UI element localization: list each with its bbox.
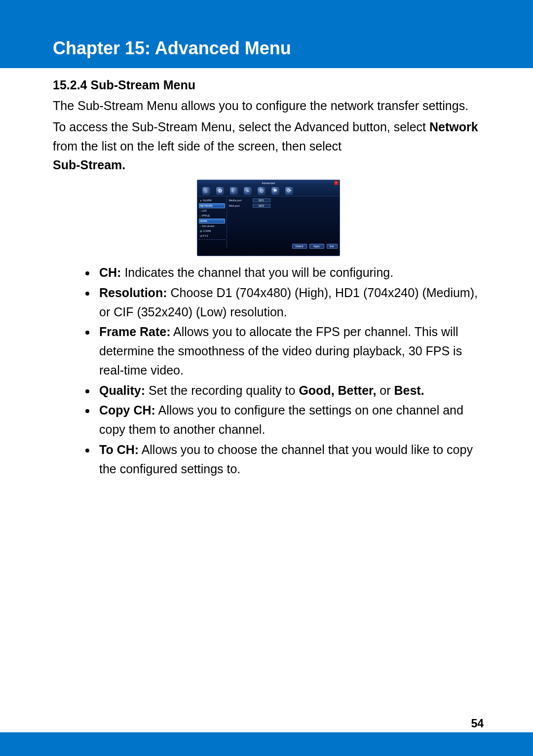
web-port-label: Web port [229, 204, 250, 207]
toolbar-icon-7[interactable]: ⟳ [285, 187, 293, 195]
bullet-ch-term: CH: [99, 265, 121, 279]
sidebar-item-alarm[interactable]: ALARM [199, 198, 225, 203]
dvr-toolbar: ⌂ ✿ ☾ ⌁ ⊙ ⚑ ⟳ [197, 186, 340, 196]
dvr-window-title: Advanced [262, 182, 275, 185]
dvr-ui: Advanced × ⌂ ✿ ☾ ⌁ ⊙ ⚑ ⟳ ALARM NETWORK L… [197, 180, 340, 256]
exit-button[interactable]: Exit [327, 244, 338, 249]
default-button[interactable]: Default [292, 244, 307, 249]
toolbar-icon-5[interactable]: ⊙ [258, 187, 266, 195]
sidebar-item-substream[interactable]: Sub-stream [199, 224, 225, 228]
paragraph-2: To access the Sub-Stream Menu, select th… [53, 117, 484, 175]
bullet-quality-bold3: Best. [394, 383, 424, 397]
close-icon[interactable]: × [334, 181, 339, 185]
bullet-framerate-term: Frame Rate: [99, 325, 171, 339]
para2-c: from the list on the left side of the sc… [53, 139, 342, 153]
sidebar-item-ptz[interactable]: P.T.Z [199, 234, 225, 238]
bullet-copych-term: Copy CH: [99, 403, 155, 417]
apply-button[interactable]: Apply [309, 244, 324, 249]
toolbar-icon-3[interactable]: ☾ [230, 187, 238, 195]
dvr-footer-buttons: Default Apply Exit [292, 244, 338, 249]
section-heading: 15.2.4 Sub-Stream Menu [53, 78, 484, 92]
toolbar-icon-6[interactable]: ⚑ [271, 187, 279, 195]
sidebar-item-pppoe[interactable]: PPPoE [199, 214, 225, 218]
footer-bar [0, 732, 533, 756]
bullet-ch-text: Indicates the channel that you will be c… [121, 265, 393, 279]
bullet-list: CH: Indicates the channel that you will … [53, 263, 484, 478]
bullet-quality: Quality: Set the recording quality to Go… [96, 381, 484, 400]
para2-bold-network: Network [429, 120, 478, 134]
bullet-resolution-term: Resolution: [99, 286, 167, 300]
bullet-toch-term: To CH: [99, 443, 139, 456]
bullet-copych: Copy CH: Allows you to configure the set… [96, 401, 484, 439]
dvr-main-panel: Media port 5071 Web port 5072 Default Ap… [227, 196, 340, 249]
web-port-value[interactable]: 5072 [253, 204, 270, 208]
media-port-value[interactable]: 5071 [253, 198, 270, 202]
field-media-port: Media port 5071 [229, 198, 338, 202]
field-web-port: Web port 5072 [229, 204, 338, 208]
paragraph-1: The Sub-Stream Menu allows you to config… [53, 96, 484, 115]
top-strip [0, 0, 533, 29]
chapter-title: Chapter 15: Advanced Menu [53, 38, 291, 59]
toolbar-icon-2[interactable]: ✿ [216, 187, 224, 195]
sidebar-separator [199, 239, 225, 240]
toolbar-icon-4[interactable]: ⌁ [244, 187, 252, 195]
bullet-quality-text2: or [376, 383, 394, 397]
para2-a: To access the Sub-Stream Menu, select th… [53, 120, 429, 134]
bullet-ch: CH: Indicates the channel that you will … [96, 263, 484, 282]
sidebar-item-lan[interactable]: LAN [199, 209, 225, 213]
content-area: 15.2.4 Sub-Stream Menu The Sub-Stream Me… [0, 68, 533, 478]
bullet-quality-bold2: Good, Better, [299, 383, 376, 397]
dvr-titlebar: Advanced × [197, 180, 340, 186]
embedded-screenshot: Advanced × ⌂ ✿ ☾ ⌁ ⊙ ⚑ ⟳ ALARM NETWORK L… [53, 180, 484, 256]
para2-bold-substream: Sub-Stream. [53, 158, 125, 172]
page-number: 54 [471, 717, 484, 730]
bullet-toch-text: Allows you to choose the channel that yo… [99, 443, 473, 476]
dvr-body: ALARM NETWORK LAN PPPoE DDNS Sub-stream … [197, 196, 340, 249]
bullet-toch: To CH: Allows you to choose the channel … [96, 440, 484, 479]
sidebar-item-network[interactable]: NETWORK [199, 203, 225, 208]
bullet-framerate: Frame Rate: Allows you to allocate the F… [96, 322, 484, 379]
toolbar-icon-1[interactable]: ⌂ [202, 187, 210, 195]
media-port-label: Media port [229, 199, 250, 202]
sidebar-item-comm[interactable]: COMM [199, 229, 225, 233]
bullet-resolution: Resolution: Choose D1 (704x480) (High), … [96, 283, 484, 322]
dvr-sidebar: ALARM NETWORK LAN PPPoE DDNS Sub-stream … [197, 196, 227, 249]
bullet-quality-text1: Set the recording quality to [145, 383, 299, 397]
bullet-quality-term: Quality: [99, 383, 145, 397]
chapter-header: Chapter 15: Advanced Menu [0, 29, 533, 68]
sidebar-item-ddns[interactable]: DDNS [199, 219, 225, 224]
